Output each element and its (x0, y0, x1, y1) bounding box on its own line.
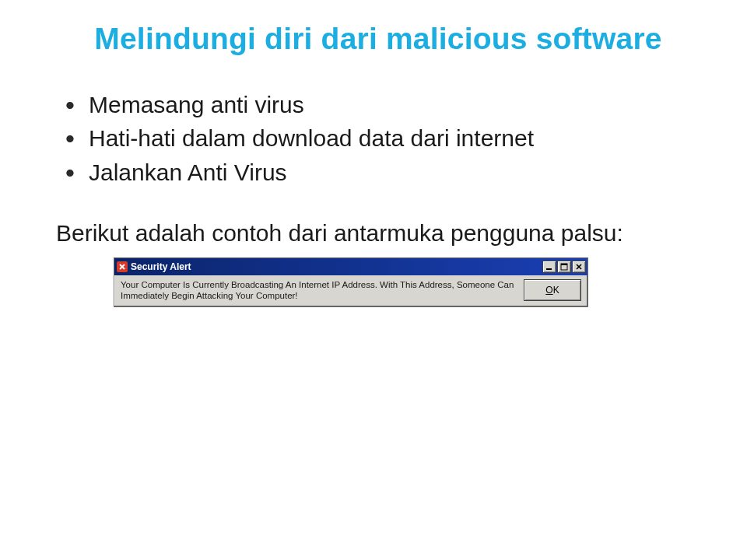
slide: Melindungi diri dari malicious software … (0, 0, 747, 338)
dialog-titlebar: Security Alert (114, 258, 587, 275)
slide-title: Melindungi diri dari malicious software (56, 22, 700, 56)
dialog-body: Your Computer Is Currently Broadcasting … (114, 275, 587, 306)
minimize-button[interactable] (542, 261, 556, 273)
alert-icon (117, 261, 128, 272)
svg-rect-4 (561, 264, 567, 265)
bullet-item: Memasang anti virus (65, 89, 700, 121)
dialog-message: Your Computer Is Currently Broadcasting … (121, 279, 516, 302)
ok-button-label: OK (545, 285, 559, 296)
bullet-item: Jalankan Anti Virus (65, 156, 700, 188)
dialog-title: Security Alert (131, 261, 542, 272)
close-button[interactable] (572, 261, 586, 273)
maximize-button[interactable] (557, 261, 571, 273)
window-controls (542, 261, 586, 273)
security-alert-dialog: Security Alert (114, 257, 588, 307)
ok-button[interactable]: OK (524, 279, 581, 301)
svg-rect-2 (546, 268, 552, 270)
paragraph: Berikut adalah contoh dari antarmuka pen… (56, 218, 700, 250)
bullet-item: Hati-hati dalam download data dari inter… (65, 122, 700, 154)
bullet-list: Memasang anti virus Hati-hati dalam down… (56, 89, 700, 188)
fake-dialog-example: Security Alert (56, 257, 700, 307)
